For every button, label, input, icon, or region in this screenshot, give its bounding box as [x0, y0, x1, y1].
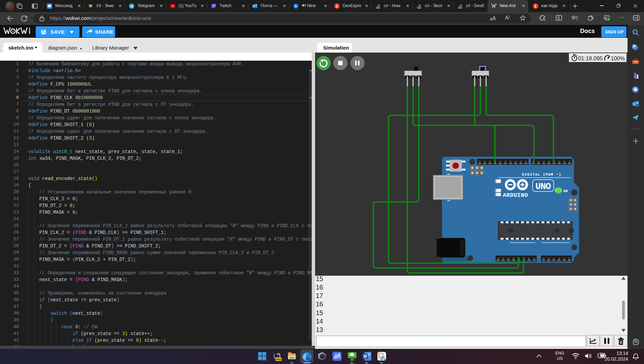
svg-text:PRE: PRE [276, 358, 281, 361]
svg-text:01:18.095: 01:18.095 [578, 55, 603, 61]
svg-text:UNO: UNO [535, 182, 551, 192]
svg-text:100%: 100% [611, 55, 625, 61]
svg-text:ARDUINO: ARDUINO [503, 192, 528, 199]
svg-text:DIGITAL (PWM ~): DIGITAL (PWM ~) [522, 173, 561, 177]
svg-text:ON: ON [563, 189, 568, 193]
